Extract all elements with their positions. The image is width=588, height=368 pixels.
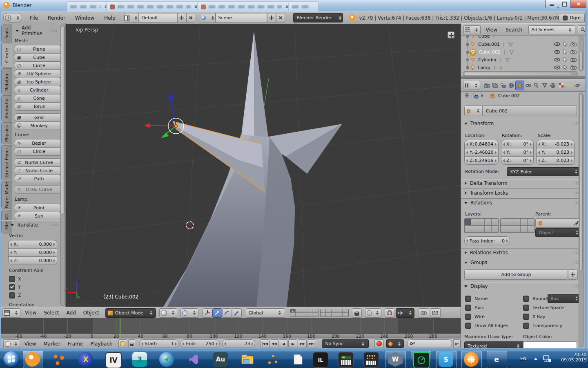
renderable-camera-icon[interactable] bbox=[570, 65, 577, 70]
display-panel-header[interactable]: Display bbox=[461, 283, 584, 289]
browser-tab-ghost[interactable] bbox=[197, 1, 292, 12]
viewport-3d[interactable]: Top Persp (23) Cube.002 z x y bbox=[65, 23, 461, 307]
menu-window[interactable]: Window bbox=[73, 15, 96, 21]
tray-expand-icon[interactable] bbox=[534, 358, 537, 360]
outliner-filter-select[interactable]: All Scenes bbox=[528, 25, 575, 34]
render-engine-select[interactable]: Blender Render bbox=[293, 13, 343, 22]
bounds-type-select[interactable]: Box bbox=[548, 294, 582, 303]
shelf-tab-relation[interactable]: Relation bbox=[1, 68, 12, 94]
editor-type-3dview-button[interactable] bbox=[2, 308, 20, 318]
taskbar-synth-app-icon[interactable] bbox=[338, 352, 354, 368]
tab-texture[interactable] bbox=[557, 81, 565, 90]
add-bezier-button[interactable]: ∿Bezier bbox=[14, 139, 62, 148]
relations-panel-header[interactable]: Relations bbox=[461, 200, 584, 206]
taskbar-molecule-app-icon[interactable] bbox=[51, 352, 66, 367]
groups-panel-header[interactable]: Groups bbox=[461, 260, 584, 265]
drag-dots-icon[interactable] bbox=[51, 29, 57, 32]
taskbar-internet-explorer-icon[interactable]: e bbox=[489, 352, 504, 367]
tab-render[interactable] bbox=[483, 81, 491, 90]
taskbar-directx-icon[interactable]: X bbox=[78, 352, 93, 367]
menu-help[interactable]: Help bbox=[102, 15, 117, 21]
taskbar-document-app-icon[interactable] bbox=[291, 352, 305, 367]
taskbar-fl-studio-icon[interactable]: IL bbox=[313, 352, 328, 368]
menu-tl-marker[interactable]: Marker bbox=[41, 341, 62, 347]
ogre-export-button[interactable]: Ogre bbox=[559, 13, 585, 22]
region-splitter[interactable] bbox=[461, 76, 588, 79]
layer-cell-active[interactable] bbox=[290, 309, 296, 313]
editor-type-info-button[interactable]: i bbox=[3, 13, 22, 22]
menu-render[interactable]: Render bbox=[46, 15, 67, 21]
screen-layout-icon-button[interactable] bbox=[124, 13, 139, 22]
menu-outliner-view[interactable]: View bbox=[484, 27, 499, 33]
add-circle-button[interactable]: ○Circle bbox=[14, 61, 62, 70]
expand-icon[interactable]: ⊕ bbox=[465, 35, 470, 38]
opengl-render-image-button[interactable] bbox=[419, 308, 429, 318]
add-cylinder-button[interactable]: ▯Cylinder bbox=[14, 86, 62, 94]
shelf-tab-file-io[interactable]: File I/O bbox=[1, 210, 12, 233]
menu-add[interactable]: Add bbox=[65, 310, 78, 316]
tab-particles[interactable] bbox=[565, 81, 573, 90]
add-to-group-button[interactable]: Add to Group bbox=[464, 269, 568, 280]
checkbox[interactable] bbox=[523, 305, 529, 311]
taskbar-gta4-icon[interactable]: IV bbox=[105, 352, 122, 368]
renderable-camera-icon[interactable] bbox=[570, 42, 577, 47]
pin-icon[interactable] bbox=[464, 93, 470, 99]
add-cube-button[interactable]: ▣Cube bbox=[14, 53, 62, 62]
jump-to-end-button[interactable]: ▶▶| bbox=[307, 339, 316, 348]
renderable-camera-icon[interactable] bbox=[570, 57, 577, 62]
add-nurbs-curve-button[interactable]: ⊂Nurbs Curve bbox=[14, 158, 62, 167]
display-name-checkbox[interactable]: Name bbox=[465, 296, 488, 302]
layers-grid-a[interactable] bbox=[464, 218, 499, 233]
scrollbar-thumb[interactable] bbox=[464, 72, 572, 75]
expand-icon[interactable]: ⊕ bbox=[465, 42, 470, 47]
scene-name-field[interactable]: Scene bbox=[216, 13, 267, 22]
display-bounds-checkbox[interactable]: Bounds bbox=[523, 296, 549, 302]
tray-language[interactable]: EN bbox=[520, 356, 526, 361]
selectable-cursor-icon[interactable] bbox=[564, 57, 567, 62]
y-axis-handle[interactable] bbox=[161, 132, 169, 138]
current-frame-field[interactable]: 23 bbox=[222, 339, 256, 348]
browser-tab-ghost[interactable] bbox=[106, 1, 201, 12]
checkbox-z[interactable] bbox=[9, 292, 15, 298]
rotation-y-field[interactable]: Y:0° bbox=[501, 148, 534, 157]
location-y-field[interactable]: Y:-2.46820 bbox=[464, 148, 499, 157]
tool-shelf-scrollbar[interactable] bbox=[60, 25, 65, 306]
browser-tab-ghost[interactable] bbox=[67, 1, 111, 12]
visibility-eye-icon[interactable] bbox=[554, 58, 560, 62]
snap-toggle-button[interactable] bbox=[385, 308, 394, 318]
add-nurbs-circle-button[interactable]: ◌Nurbs Circle bbox=[14, 166, 62, 175]
play-reverse-button[interactable]: ◀ bbox=[279, 339, 288, 348]
tab-object-active[interactable] bbox=[515, 81, 524, 90]
scene-breadcrumb-icon[interactable] bbox=[472, 93, 479, 99]
layers-grid-b[interactable] bbox=[500, 218, 535, 233]
scale-manipulator-button[interactable] bbox=[232, 308, 242, 318]
cursor-3d[interactable] bbox=[184, 219, 196, 231]
visibility-eye-icon[interactable] bbox=[554, 65, 560, 70]
object-name[interactable]: Cube bbox=[478, 35, 490, 39]
display-draw-all-edges-checkbox[interactable]: Draw All Edges bbox=[465, 323, 508, 329]
menu-object[interactable]: Object bbox=[81, 310, 101, 316]
max-draw-type-select[interactable]: Textured bbox=[464, 341, 524, 348]
menu-select[interactable]: Select bbox=[42, 310, 61, 316]
object-name[interactable]: Cube.002 bbox=[479, 49, 501, 55]
visibility-eye-icon[interactable] bbox=[554, 42, 560, 46]
editor-type-timeline-button[interactable] bbox=[3, 339, 20, 348]
location-x-field[interactable]: X:0.84804 bbox=[464, 140, 499, 148]
display-xray-checkbox[interactable]: X-Ray bbox=[523, 314, 546, 320]
record-button[interactable] bbox=[374, 339, 384, 348]
taskbar-idm-icon[interactable] bbox=[159, 352, 174, 367]
start-button[interactable] bbox=[3, 351, 19, 367]
screen-layout-name-field[interactable]: Default bbox=[139, 13, 177, 22]
tab-physics[interactable] bbox=[573, 81, 581, 90]
selectable-cursor-icon[interactable] bbox=[564, 41, 567, 47]
relations-extras-panel-header[interactable]: Relations Extras bbox=[461, 250, 584, 256]
new-group-button[interactable] bbox=[568, 269, 578, 280]
next-keyframe-button[interactable]: ▶▶ bbox=[298, 339, 307, 348]
checkbox[interactable] bbox=[523, 323, 529, 329]
vector-y-field[interactable]: Y:0.000 bbox=[8, 248, 57, 257]
outliner-vscrollbar[interactable] bbox=[579, 35, 584, 71]
tab-constraints[interactable] bbox=[524, 81, 532, 90]
constraint-y[interactable]: Y bbox=[9, 284, 21, 290]
autokey-mode-select[interactable] bbox=[386, 339, 404, 348]
checkbox-x[interactable] bbox=[9, 276, 15, 282]
